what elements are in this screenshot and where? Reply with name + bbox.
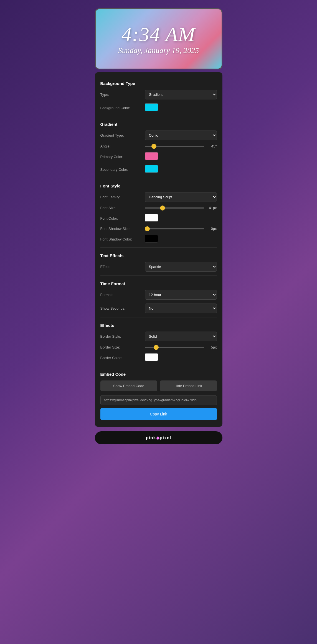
embed-url-display: https://glimmer.pinkpixel.dev/?bgType=gr…	[100, 395, 217, 405]
bg-color-label: Background Color:	[100, 106, 145, 110]
format-control: 12-hour 24-hour	[145, 290, 217, 300]
main-container: 4:34 AM Sunday, January 19, 2025 Backgro…	[92, 8, 225, 444]
border-size-row: Border Size: 5px	[100, 345, 217, 349]
font-shadow-range-row: 0px	[145, 227, 217, 231]
show-seconds-control: No Yes	[145, 304, 217, 313]
show-seconds-select[interactable]: No Yes	[145, 304, 217, 313]
format-row: Format: 12-hour 24-hour	[100, 290, 217, 300]
font-shadow-size-row: Font Shadow Size: 0px	[100, 227, 217, 231]
primary-color-control	[145, 152, 217, 161]
show-embed-button[interactable]: Show Embed Code	[100, 380, 157, 391]
divider-5	[100, 317, 217, 317]
font-family-label: Font Family:	[100, 195, 145, 199]
section-background-type: Background Type	[100, 81, 217, 86]
divider-2	[100, 178, 217, 178]
border-color-swatch[interactable]	[145, 353, 158, 361]
effect-row: Effect: Sparkle None Glow Shadow	[100, 262, 217, 272]
border-size-slider[interactable]	[145, 347, 204, 348]
font-shadow-size-control: 0px	[145, 227, 217, 231]
gradient-type-control: Conic Linear Radial	[145, 131, 217, 140]
font-family-select[interactable]: Dancing Script Arial Georgia Courier New	[145, 192, 217, 202]
effect-label: Effect:	[100, 265, 145, 269]
angle-label: Angle:	[100, 144, 145, 148]
font-shadow-color-label: Font Shadow Color:	[100, 237, 145, 241]
control-panel: Background Type Type: Gradient Solid Ima…	[95, 72, 222, 427]
font-shadow-color-control	[145, 235, 217, 244]
angle-range-row: 45°	[145, 144, 217, 148]
border-style-select[interactable]: Solid Dashed Dotted None	[145, 332, 217, 341]
divider-1	[100, 116, 217, 116]
primary-color-row: Primary Color:	[100, 152, 217, 161]
font-shadow-color-row: Font Shadow Color:	[100, 235, 217, 244]
clock-preview: 4:34 AM Sunday, January 19, 2025	[95, 8, 222, 69]
footer-logo: pink◆pixel	[146, 435, 171, 440]
bg-color-swatch[interactable]	[145, 103, 158, 111]
clock-time: 4:34 AM	[121, 23, 196, 46]
show-seconds-label: Show Seconds:	[100, 306, 145, 310]
divider-3	[100, 247, 217, 248]
type-row: Type: Gradient Solid Image	[100, 90, 217, 99]
font-size-control: 41px	[145, 206, 217, 210]
format-select[interactable]: 12-hour 24-hour	[145, 290, 217, 300]
font-size-slider[interactable]	[145, 207, 204, 209]
gradient-type-label: Gradient Type:	[100, 133, 145, 137]
font-color-swatch[interactable]	[145, 214, 158, 222]
border-size-label: Border Size:	[100, 345, 145, 349]
embed-buttons: Show Embed Code Hide Embed Link	[100, 380, 217, 391]
angle-row: Angle: 45°	[100, 144, 217, 148]
secondary-color-swatch[interactable]	[145, 165, 158, 173]
border-color-control	[145, 353, 217, 362]
hide-embed-button[interactable]: Hide Embed Link	[160, 380, 217, 391]
embed-section: Embed Code Show Embed Code Hide Embed Li…	[100, 372, 217, 420]
font-shadow-size-label: Font Shadow Size:	[100, 227, 145, 231]
gradient-type-row: Gradient Type: Conic Linear Radial	[100, 131, 217, 140]
border-style-control: Solid Dashed Dotted None	[145, 332, 217, 341]
primary-color-swatch[interactable]	[145, 152, 158, 160]
section-embed-code: Embed Code	[100, 372, 217, 377]
border-size-range-row: 5px	[145, 345, 217, 349]
font-size-value: 41px	[207, 206, 217, 210]
font-shadow-size-slider[interactable]	[145, 228, 204, 229]
secondary-color-control	[145, 165, 217, 174]
font-size-row: Font Size: 41px	[100, 206, 217, 210]
border-size-control: 5px	[145, 345, 217, 349]
divider-4	[100, 275, 217, 276]
font-size-range-row: 41px	[145, 206, 217, 210]
type-select[interactable]: Gradient Solid Image	[145, 90, 217, 99]
logo-dot: ◆	[156, 435, 160, 440]
font-shadow-size-value: 0px	[207, 227, 217, 231]
section-font-style: Font Style	[100, 184, 217, 188]
border-style-row: Border Style: Solid Dashed Dotted None	[100, 332, 217, 341]
type-control: Gradient Solid Image	[145, 90, 217, 99]
font-color-control	[145, 214, 217, 223]
section-time-format: Time Format	[100, 281, 217, 286]
font-family-row: Font Family: Dancing Script Arial Georgi…	[100, 192, 217, 202]
type-label: Type:	[100, 92, 145, 97]
divider-6	[100, 366, 217, 366]
font-shadow-color-swatch[interactable]	[145, 235, 158, 242]
border-color-row: Border Color:	[100, 353, 217, 362]
show-seconds-row: Show Seconds: No Yes	[100, 304, 217, 313]
format-label: Format:	[100, 293, 145, 297]
gradient-type-select[interactable]: Conic Linear Radial	[145, 131, 217, 140]
angle-value: 45°	[207, 144, 217, 148]
border-size-value: 5px	[207, 345, 217, 349]
bg-color-control	[145, 103, 217, 112]
border-style-label: Border Style:	[100, 334, 145, 339]
font-family-control: Dancing Script Arial Georgia Courier New	[145, 192, 217, 202]
angle-slider[interactable]	[145, 146, 204, 147]
secondary-color-label: Secondary Color:	[100, 167, 145, 172]
font-size-label: Font Size:	[100, 206, 145, 210]
secondary-color-row: Secondary Color:	[100, 165, 217, 174]
footer: pink◆pixel	[95, 431, 222, 444]
primary-color-label: Primary Color:	[100, 155, 145, 159]
section-effects: Effects	[100, 323, 217, 328]
bg-color-row: Background Color:	[100, 103, 217, 112]
clock-date: Sunday, January 19, 2025	[118, 46, 199, 55]
font-color-label: Font Color:	[100, 216, 145, 220]
border-color-label: Border Color:	[100, 356, 145, 360]
angle-control: 45°	[145, 144, 217, 148]
copy-link-button[interactable]: Copy Link	[100, 408, 217, 420]
section-text-effects: Text Effects	[100, 253, 217, 258]
effect-select[interactable]: Sparkle None Glow Shadow	[145, 262, 217, 272]
